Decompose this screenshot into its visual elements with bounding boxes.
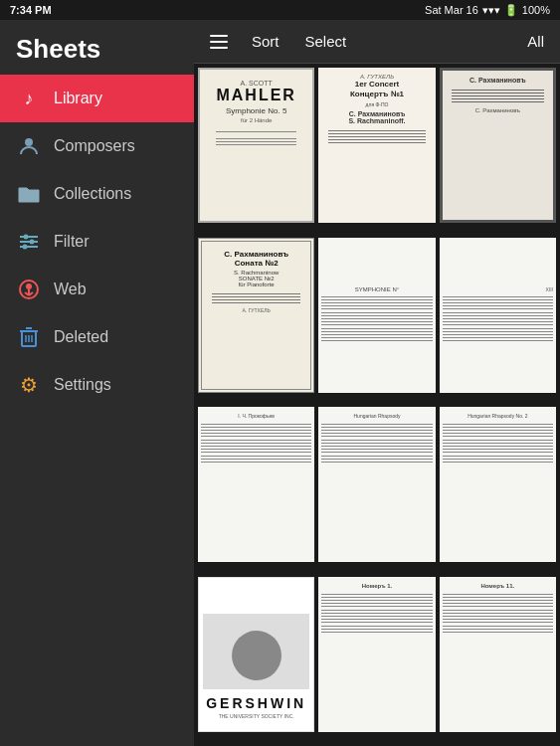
- status-time: 7:34 PM: [10, 4, 52, 16]
- sheet-grid: A. SCOTT MAHLER Symphonie No. 5 für 2 Hä…: [194, 64, 560, 746]
- list-item[interactable]: С. РахманиновъСоната №2 S. RachmaninowSO…: [198, 238, 314, 393]
- sort-button[interactable]: Sort: [244, 27, 287, 56]
- list-item[interactable]: С. Рахманиновъ С. Рахманиновъ: [440, 68, 556, 223]
- sidebar-label-web: Web: [54, 280, 87, 298]
- list-item[interactable]: GERSHWIN THE UNIVERSITY SOCIETY INC.: [198, 577, 314, 732]
- sidebar: Sheets ♪ Library Composers Collections: [0, 0, 194, 746]
- sidebar-item-filter[interactable]: Filter: [0, 218, 194, 266]
- battery-percent: 100%: [522, 4, 550, 16]
- sidebar-item-web[interactable]: Web: [0, 266, 194, 313]
- svg-point-8: [26, 283, 32, 289]
- sidebar-item-composers[interactable]: Composers: [0, 122, 194, 170]
- list-item[interactable]: Hungarian Rhapsody No. 2: [440, 407, 556, 562]
- sidebar-item-settings[interactable]: ⚙ Settings: [0, 361, 194, 409]
- all-label: All: [521, 33, 550, 50]
- sidebar-label-composers: Composers: [54, 137, 135, 155]
- wifi-icon: ▾▾▾: [482, 4, 500, 17]
- person-icon: [16, 133, 42, 159]
- music-note-icon: ♪: [16, 86, 42, 111]
- sidebar-item-deleted[interactable]: Deleted: [0, 313, 194, 361]
- main-content: Sort Select All A. SCOTT MAHLER Symphoni…: [194, 0, 560, 746]
- toolbar: Sort Select All: [194, 20, 560, 64]
- svg-point-6: [23, 245, 28, 250]
- select-button[interactable]: Select: [297, 27, 355, 56]
- svg-point-2: [24, 235, 29, 240]
- list-item[interactable]: A. SCOTT MAHLER Symphonie No. 5 für 2 Hä…: [198, 68, 314, 223]
- status-date: Sat Mar 16: [425, 4, 478, 16]
- svg-point-0: [25, 138, 33, 146]
- download-icon: [16, 277, 42, 302]
- list-item[interactable]: Hungarian Rhapsody: [318, 407, 435, 562]
- sidebar-label-collections: Collections: [54, 185, 131, 203]
- list-item[interactable]: І. Ч. Прокофьев: [198, 407, 314, 562]
- sidebar-item-library[interactable]: ♪ Library: [0, 75, 194, 122]
- list-item[interactable]: А. ГУТХЕЛЬ 1er ConcertКонцертъ №1 для Ф-…: [318, 68, 435, 223]
- trash-icon: [16, 324, 42, 350]
- list-item[interactable]: Номеръ 1.: [318, 577, 435, 732]
- svg-point-4: [30, 240, 35, 245]
- sidebar-item-collections[interactable]: Collections: [0, 170, 194, 218]
- list-item[interactable]: SYMPHONIE N°: [318, 238, 435, 393]
- menu-button[interactable]: [204, 29, 234, 55]
- battery-icon: 🔋: [504, 4, 518, 17]
- list-item[interactable]: Номеръ 11.: [440, 577, 556, 732]
- gear-icon: ⚙: [16, 372, 42, 398]
- folder-icon: [16, 181, 42, 207]
- sidebar-label-deleted: Deleted: [54, 328, 108, 346]
- app-title: Sheets: [0, 20, 194, 75]
- sidebar-label-library: Library: [54, 90, 102, 107]
- sliders-icon: [16, 229, 42, 255]
- status-right: Sat Mar 16 ▾▾▾ 🔋 100%: [425, 4, 550, 17]
- list-item[interactable]: XIII: [440, 238, 556, 393]
- sidebar-label-filter: Filter: [54, 233, 90, 251]
- status-bar: 7:34 PM Sat Mar 16 ▾▾▾ 🔋 100%: [0, 0, 560, 20]
- sidebar-label-settings: Settings: [54, 376, 111, 394]
